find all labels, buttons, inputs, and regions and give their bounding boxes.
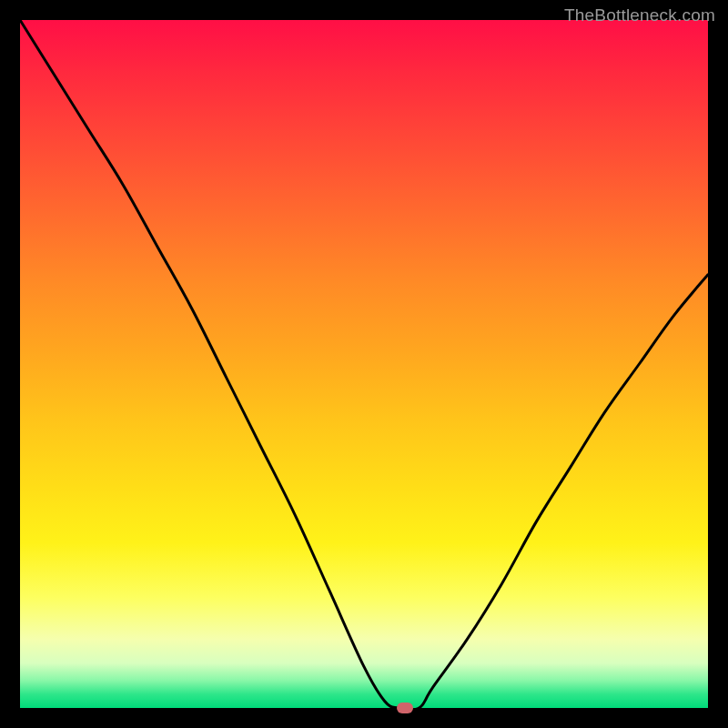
chart-frame: TheBottleneck.com xyxy=(0,0,728,728)
watermark-text: TheBottleneck.com xyxy=(564,5,715,25)
plot-area xyxy=(20,20,708,708)
bottleneck-curve xyxy=(20,20,708,708)
optimal-marker xyxy=(397,703,413,713)
